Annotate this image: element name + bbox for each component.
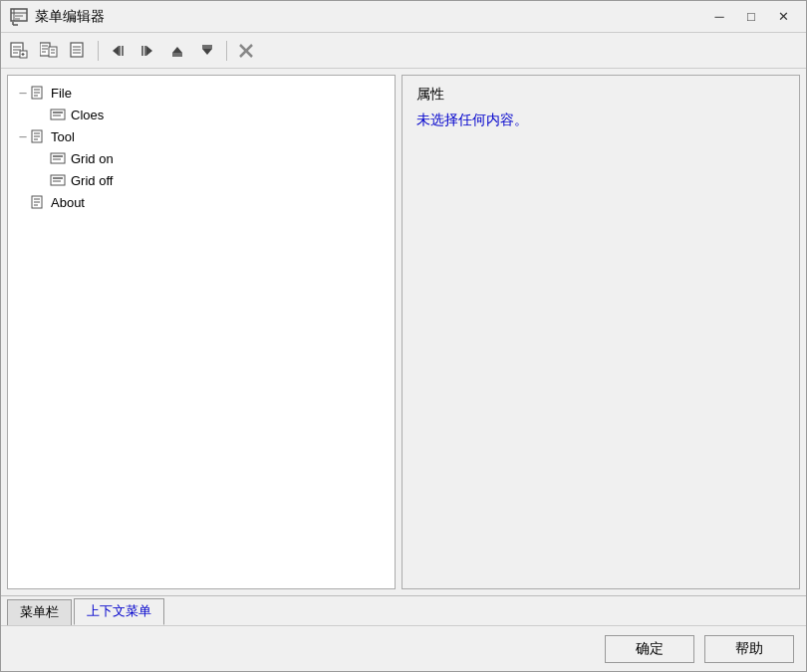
icon-tool <box>30 128 48 144</box>
icon-grid-off <box>50 172 68 188</box>
svg-rect-4 <box>14 18 20 20</box>
toolbar-separator-2 <box>226 41 227 61</box>
properties-empty: 未选择任何内容。 <box>416 112 785 129</box>
svg-rect-43 <box>51 110 65 119</box>
move-down-button[interactable] <box>193 38 221 64</box>
window-icon <box>9 7 29 27</box>
tree-node-cloes[interactable]: Cloes <box>12 104 391 125</box>
ok-button[interactable]: 确定 <box>605 635 694 663</box>
tab-context-menu[interactable]: 上下文菜单 <box>74 598 164 625</box>
move-right-button[interactable] <box>134 38 161 64</box>
tree-node-tool[interactable]: ─ Tool <box>12 125 391 147</box>
window-title: 菜单编辑器 <box>35 8 704 26</box>
properties-panel: 属性 未选择任何内容。 <box>402 75 800 589</box>
label-about: About <box>51 195 85 210</box>
expander-grid-on <box>36 151 50 165</box>
tree-node-grid-on[interactable]: Grid on <box>12 147 391 169</box>
delete-button[interactable] <box>232 38 260 64</box>
expander-about <box>16 195 30 209</box>
move-left-button[interactable] <box>104 38 132 64</box>
svg-marker-25 <box>113 46 119 56</box>
icon-file <box>30 85 48 101</box>
svg-marker-28 <box>146 46 152 56</box>
main-window: 菜单编辑器 ─ □ ✕ <box>0 0 807 672</box>
tab-bar: 菜单栏 上下文菜单 <box>1 595 806 625</box>
window-controls: ─ □ ✕ <box>704 6 798 28</box>
help-button[interactable]: 帮助 <box>704 635 794 663</box>
svg-marker-34 <box>202 49 212 55</box>
title-bar: 菜单编辑器 ─ □ ✕ <box>1 1 806 33</box>
icon-grid-on <box>50 150 68 166</box>
new-menu-button[interactable] <box>5 38 33 64</box>
svg-rect-50 <box>51 153 65 163</box>
svg-rect-18 <box>49 47 57 57</box>
svg-rect-53 <box>51 175 65 185</box>
label-file: File <box>51 86 72 101</box>
tree-node-grid-off[interactable]: Grid off <box>12 169 391 191</box>
maximize-button[interactable]: □ <box>736 6 766 28</box>
svg-rect-3 <box>14 15 23 17</box>
expander-file: ─ <box>16 86 30 100</box>
icon-cloes <box>50 107 68 122</box>
label-grid-off: Grid off <box>71 173 113 188</box>
new-submenu-button[interactable] <box>35 38 63 64</box>
tree-node-file[interactable]: ─ File <box>12 82 391 104</box>
properties-title: 属性 <box>416 86 785 104</box>
expander-cloes <box>36 108 50 121</box>
toolbar <box>1 33 806 69</box>
minimize-button[interactable]: ─ <box>704 6 734 28</box>
label-tool: Tool <box>51 129 75 144</box>
svg-marker-31 <box>172 47 182 53</box>
tree-content: ─ File <box>8 76 395 219</box>
tree-node-about[interactable]: About <box>12 191 391 213</box>
tree-panel: ─ File <box>7 75 396 589</box>
tab-menubar[interactable]: 菜单栏 <box>7 599 72 625</box>
main-area: ─ File <box>1 69 806 595</box>
new-item-button[interactable] <box>65 38 93 64</box>
toolbar-separator-1 <box>98 41 99 61</box>
expander-tool: ─ <box>16 129 30 143</box>
icon-about <box>30 194 48 210</box>
close-button[interactable]: ✕ <box>768 6 798 28</box>
expander-grid-off <box>36 173 50 187</box>
label-cloes: Cloes <box>71 108 104 122</box>
bottom-bar: 确定 帮助 <box>1 625 806 671</box>
label-grid-on: Grid on <box>71 151 114 166</box>
move-up-button[interactable] <box>163 38 191 64</box>
